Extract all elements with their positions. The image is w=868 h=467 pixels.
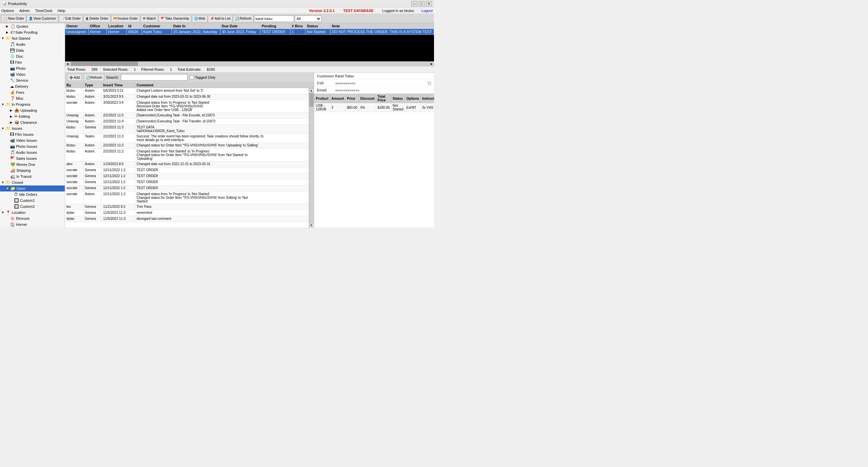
edit-order-button[interactable]: 📝 Edit Order <box>59 15 83 22</box>
add-comment-button[interactable]: ➕ Add <box>67 74 82 81</box>
filter-dropdown[interactable]: All <box>295 15 321 22</box>
scroll-right-button[interactable]: ▶ <box>429 62 434 66</box>
vertical-scrollbar[interactable]: ▲ ▼ <box>309 88 313 228</box>
col-bins: # Bins <box>290 23 306 29</box>
table-row[interactable]: Unassigned Horner Horner 60026 Karel Tut… <box>65 29 434 35</box>
comment-type: Genera <box>84 210 102 216</box>
refresh-button[interactable]: 🔄 Refresh <box>233 15 253 22</box>
view-customer-button[interactable]: 👤 View Customer <box>27 15 58 22</box>
comment-row[interactable]: ktutsu Autom. 5/5/2023 5:21 Changed Lock… <box>65 88 309 94</box>
col-amount: Amount <box>330 94 345 103</box>
scroll-thumb[interactable] <box>71 62 138 66</box>
scroll-left-button[interactable]: ◀ <box>65 62 70 66</box>
horizontal-scrollbar[interactable]: ◀ ▶ <box>65 61 434 66</box>
sidebar-item-audio[interactable]: 🎵 Audio <box>0 41 65 47</box>
sidebar-item-sales-issues[interactable]: 🚩 Sales Issues <box>0 156 65 162</box>
sidebar-item-horner[interactable]: 🏠 Horner <box>0 222 65 228</box>
menu-admin[interactable]: Admin <box>19 9 30 13</box>
comment-row[interactable]: socrate Genera 12/11/2022 1:2 TEST ORDER <box>65 179 309 186</box>
delete-order-button[interactable]: 🗑 Delete Order <box>84 15 111 22</box>
sidebar-item-rimrock[interactable]: 🌸 Rimrock <box>0 215 65 222</box>
comment-row[interactable]: Unassig Autom. 2/2/2023 11:4 [Taskmonito… <box>65 119 309 125</box>
arrow-icon: ▶ <box>10 121 13 124</box>
sidebar-item-not-started[interactable]: ▼ 📁 Not Started <box>0 35 65 41</box>
comment-row[interactable]: alex Autom. 1/19/2023 8:5 Changed date o… <box>65 162 309 167</box>
comment-row[interactable]: ktutsu Autom. 3/31/2023 9:5 Changed date… <box>65 94 309 100</box>
comment-row[interactable]: ktutsu Genera 2/2/2023 11:3 TEST DATA \\… <box>65 125 309 134</box>
comments-list: ktutsu Autom. 5/5/2023 5:21 Changed Lock… <box>65 88 309 228</box>
comment-row[interactable]: socrate Genera 12/11/2022 1:2 TEST ORDER <box>65 186 309 192</box>
sidebar-item-issues[interactable]: ▼ 📁 Issues <box>0 126 65 131</box>
logout-button[interactable]: Logout <box>421 9 433 13</box>
sidebar-item-delivery[interactable]: ☁ Delivery <box>0 84 65 90</box>
sidebar-item-in-progress[interactable]: ▼ 📁 In Progress <box>0 101 65 107</box>
sidebar-item-sale-proofing[interactable]: ▶ 🏷 Sale Proofing <box>0 29 65 35</box>
invoice-order-button[interactable]: 💳 Invoice Order <box>111 15 140 22</box>
comment-type: Genera <box>84 204 102 210</box>
sidebar-item-custom1[interactable]: 🔲 Custom1 <box>0 198 65 203</box>
comment-time: 12/11/2022 1:2 <box>102 173 135 179</box>
comment-row[interactable]: dylan Genera 11/5/2022 11:3 nevermind <box>65 210 309 216</box>
sidebar-item-service[interactable]: 🔧 Service <box>0 77 65 84</box>
sidebar-item-data[interactable]: 💾 Data <box>0 47 65 54</box>
sidebar-item-film-issues[interactable]: 🎞 Film Issues <box>0 131 65 137</box>
sidebar-item-money-due[interactable]: 💚 Money Due <box>0 162 65 167</box>
watch-button[interactable]: 👁 Watch <box>141 15 158 22</box>
sidebar-item-photo-issues[interactable]: 📷 Photo Issues <box>0 143 65 149</box>
sidebar-item-photo[interactable]: 📷 Photo <box>0 65 65 71</box>
close-button[interactable]: ✕ <box>426 1 432 6</box>
sidebar-label-photo-issues: Photo Issues <box>16 144 37 148</box>
comment-row[interactable]: socrate Autom. 3/30/2023 3:4 Changed sta… <box>65 100 309 113</box>
comment-row[interactable]: socrate Genera 12/11/2022 1:2 TEST ORDER <box>65 167 309 173</box>
comment-row[interactable]: ktutsu Autom. 2/2/2023 11:2 Changed stat… <box>65 149 309 162</box>
customer-name-row: Customer Karel Tutsu <box>314 73 434 80</box>
scroll-up-button[interactable]: ▲ <box>309 88 314 93</box>
add-to-list-button[interactable]: 📌 Add to List <box>208 15 232 22</box>
product-row[interactable]: USB - 128GB 3 $60.00 0% $180.00 Not Star… <box>314 103 434 112</box>
sidebar-item-fees[interactable]: 💰 Fees <box>0 90 65 95</box>
web-button[interactable]: 🌐 Web <box>192 15 207 22</box>
sidebar-item-editing[interactable]: ▶ ✏ Editing <box>0 113 65 120</box>
sidebar-item-disc[interactable]: 💿 Disc <box>0 54 65 59</box>
menu-help[interactable]: Help <box>58 9 65 13</box>
scroll-thumb[interactable] <box>309 93 313 107</box>
sidebar-item-quotes[interactable]: ▶ 📋 Quotes <box>0 23 65 29</box>
sidebar-item-video[interactable]: 📹 Video <box>0 71 65 77</box>
tagged-only-checkbox[interactable] <box>190 75 194 80</box>
sidebar-item-video-issues[interactable]: 📹 Video Issues <box>0 137 65 143</box>
sidebar-item-uploading[interactable]: ▶ 📤 Uploading <box>0 107 65 113</box>
sidebar-item-audio-issues[interactable]: 🎵 Audio Issues <box>0 149 65 156</box>
sidebar-item-misc[interactable]: ❓ Misc <box>0 95 65 101</box>
sidebar-item-open[interactable]: ▼ 📁 Open <box>0 186 65 192</box>
sidebar-item-custom2[interactable]: 🔲 Custom2 <box>0 203 65 209</box>
minimize-button[interactable]: ─ <box>411 1 417 6</box>
comment-row[interactable]: Unassig Autom. 2/2/2023 11:5 [Taskmonito… <box>65 113 309 119</box>
comment-row[interactable]: socrate Genera 12/11/2022 1:2 TEST ORDER <box>65 173 309 179</box>
take-ownership-button[interactable]: 🚩 Take Ownership <box>159 15 191 22</box>
comment-row[interactable]: leo Genera 11/21/2022 8:2 Trim Pass <box>65 204 309 210</box>
comments-search-input[interactable] <box>121 74 188 81</box>
copy-cell-icon[interactable]: 📋 <box>427 81 431 85</box>
comment-row[interactable]: dylan Genera 11/5/2022 11:3 disregard la… <box>65 216 309 222</box>
sidebar-item-idle-orders[interactable]: ⏱ Idle Orders <box>0 192 65 198</box>
sidebar-item-location[interactable]: ▼ 📍 Location <box>0 209 65 215</box>
comment-row[interactable]: ktutsu Autom. 2/2/2023 11:3 Changed stat… <box>65 143 309 149</box>
comment-row[interactable]: Unassig Taskm. 2/2/2023 11:3 Success: Th… <box>65 134 309 143</box>
sidebar-item-shipping[interactable]: 🚚 Shipping <box>0 167 65 173</box>
watch-icon: 👁 <box>143 17 146 20</box>
sidebar-item-clearance[interactable]: ▶ 📦 Clearance <box>0 120 65 126</box>
menu-timeclock[interactable]: TimeClock <box>35 9 53 13</box>
sidebar-item-in-transit[interactable]: 🚛 In Transit <box>0 173 65 179</box>
cell-prod-status: Not Started <box>391 103 405 112</box>
comment-by: socrate <box>65 179 84 185</box>
maximize-button[interactable]: □ <box>418 1 425 6</box>
scroll-down-button[interactable]: ▼ <box>309 223 314 228</box>
search-input[interactable] <box>254 15 294 22</box>
sidebar-item-closed[interactable]: ▼ 📁 Closed <box>0 179 65 186</box>
new-order-button[interactable]: 📋 New Order <box>1 15 26 22</box>
menu-options[interactable]: Options <box>1 9 14 13</box>
sidebar-item-film[interactable]: 🎞 Film <box>0 59 65 65</box>
cell-id: 60026 <box>127 29 142 34</box>
comment-row[interactable]: socrate Autom. 12/11/2022 1:2 Changed st… <box>65 192 309 204</box>
refresh-comments-button[interactable]: 🔄 Refresh <box>84 74 104 81</box>
